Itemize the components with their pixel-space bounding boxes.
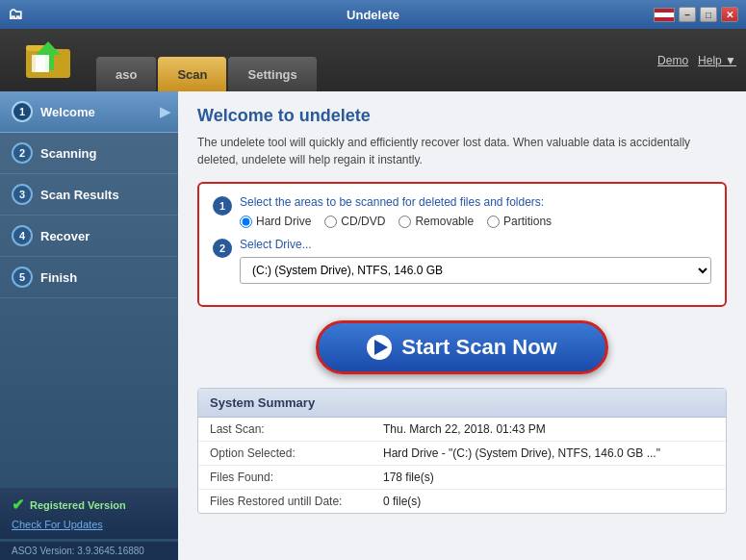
step1-number: 1 [213,196,232,216]
summary-value-files-found: 178 file(s) [372,466,726,490]
step2-content: Select Drive... (C:) (System Drive), NTF… [240,238,711,284]
sidebar-label-recover: Recover [40,229,90,243]
sidebar: 1 Welcome ▶ 2 Scanning 3 Scan Results 4 … [0,91,178,560]
radio-hard-drive-label: Hard Drive [256,215,311,228]
summary-label-option: Option Selected: [198,442,372,466]
page-title: Welcome to undelete [197,106,727,126]
logo-svg [22,34,75,87]
demo-link[interactable]: Demo [657,54,688,67]
radio-removable-label: Removable [415,215,474,228]
summary-label-files-restored: Files Restored untill Date: [198,490,372,514]
window-title: Undelete [347,8,399,22]
step1-row: 1 Select the areas to be scanned for del… [213,195,711,228]
summary-value-files-restored: 0 file(s) [372,490,726,514]
title-bar-controls: – □ ✕ [654,7,738,22]
sidebar-label-scanning: Scanning [40,146,97,161]
registered-text: Registered Version [30,499,126,511]
radio-hard-drive[interactable]: Hard Drive [240,215,311,228]
step1-label: Select the areas to be scanned for delet… [240,195,711,209]
sidebar-label-welcome: Welcome [40,105,95,119]
sidebar-num-2: 2 [12,142,33,164]
sidebar-item-welcome[interactable]: 1 Welcome ▶ [0,91,178,133]
table-row: Option Selected: Hard Drive - "(C:) (Sys… [198,442,726,466]
step2-row: 2 Select Drive... (C:) (System Drive), N… [213,238,711,284]
start-scan-label: Start Scan Now [401,335,556,360]
scan-btn-container: Start Scan Now [197,320,727,374]
table-row: Files Found: 178 file(s) [198,466,726,490]
summary-box: System Summary Last Scan: Thu. March 22,… [197,388,727,514]
svg-rect-4 [36,55,49,72]
sidebar-item-recover[interactable]: 4 Recover [0,216,178,257]
table-row: Files Restored untill Date: 0 file(s) [198,490,726,514]
drive-select[interactable]: (C:) (System Drive), NTFS, 146.0 GB [240,257,711,284]
radio-removable-input[interactable] [399,216,411,228]
sidebar-num-1: 1 [12,101,33,122]
sidebar-arrow-welcome: ▶ [160,104,170,119]
radio-group: Hard Drive CD/DVD Removable Partiti [240,215,711,228]
flag-icon [654,8,675,22]
radio-cddvd-label: CD/DVD [341,215,385,228]
radio-partitions-label: Partitions [503,215,552,228]
scan-options-box: 1 Select the areas to be scanned for del… [197,182,727,307]
step2-number: 2 [213,239,232,258]
toolbar: aso Scan Settings Demo Help ▼ [0,29,746,91]
summary-value-last-scan: Thu. March 22, 2018. 01:43 PM [372,418,726,442]
tab-scan[interactable]: Scan [158,57,226,91]
toolbar-tabs: aso Scan Settings [87,29,317,91]
radio-partitions-input[interactable] [487,216,500,228]
sidebar-footer: ✔ Registered Version Check For Updates [0,488,178,539]
sidebar-label-finish: Finish [40,270,77,285]
summary-header: System Summary [198,389,726,418]
title-bar-left: 🗂 [8,6,23,23]
sidebar-num-3: 3 [12,184,33,205]
sidebar-version: ASO3 Version: 3.9.3645.16880 [0,542,178,560]
radio-hard-drive-input[interactable] [240,216,252,228]
registered-badge: ✔ Registered Version [12,496,167,514]
step1-content: Select the areas to be scanned for delet… [240,195,711,228]
summary-label-last-scan: Last Scan: [198,418,372,442]
check-updates-link[interactable]: Check For Updates [12,519,103,530]
toolbar-right: Demo Help ▼ [657,54,736,67]
help-link[interactable]: Help ▼ [698,54,736,67]
start-scan-button[interactable]: Start Scan Now [316,320,607,374]
main-container: 1 Welcome ▶ 2 Scanning 3 Scan Results 4 … [0,91,746,560]
content-area: Welcome to undelete The undelete tool wi… [178,91,746,560]
radio-cddvd[interactable]: CD/DVD [324,215,385,228]
radio-removable[interactable]: Removable [399,215,474,228]
play-triangle [374,340,388,355]
sidebar-num-4: 4 [12,225,33,246]
page-description: The undelete tool will quickly and effic… [197,134,727,168]
play-icon [367,335,392,360]
radio-cddvd-input[interactable] [324,216,337,228]
summary-label-files-found: Files Found: [198,466,372,490]
sidebar-label-scan-results: Scan Results [40,188,119,202]
sidebar-num-5: 5 [12,267,33,288]
restore-button[interactable]: □ [700,7,717,22]
minimize-button[interactable]: – [679,7,696,22]
radio-partitions[interactable]: Partitions [487,215,552,228]
title-bar: 🗂 Undelete – □ ✕ [0,0,746,29]
close-button[interactable]: ✕ [721,7,738,22]
sidebar-item-finish[interactable]: 5 Finish [0,257,178,298]
sidebar-item-scan-results[interactable]: 3 Scan Results [0,174,178,216]
tab-aso[interactable]: aso [96,57,156,91]
tab-settings[interactable]: Settings [228,57,316,91]
app-logo [10,34,87,87]
table-row: Last Scan: Thu. March 22, 2018. 01:43 PM [198,418,726,442]
summary-value-option: Hard Drive - "(C:) (System Drive), NTFS,… [372,442,726,466]
step2-label: Select Drive... [240,238,711,251]
summary-table: Last Scan: Thu. March 22, 2018. 01:43 PM… [198,418,726,513]
sidebar-item-scanning[interactable]: 2 Scanning [0,133,178,174]
